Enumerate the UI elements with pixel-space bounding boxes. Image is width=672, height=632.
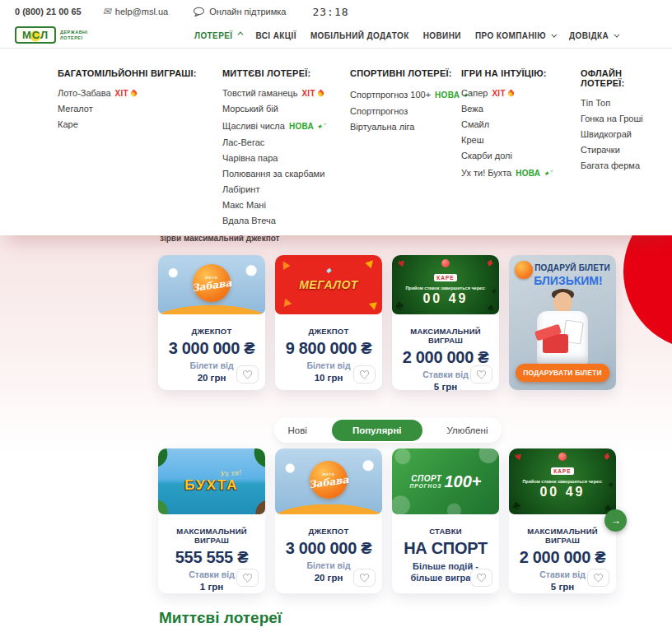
dropdown-column-offline: ОФЛАЙН ЛОТЕРЕЇ: Тіп Топ Гонка на Гроші Ш… [581, 68, 667, 177]
featured-cards-row: лото Забава ДЖЕКПОТ 3 000 000 ₴ Білети в… [158, 255, 616, 390]
dropdown-item-kresh[interactable]: Креш [461, 136, 581, 145]
heart-outline-icon [359, 370, 370, 379]
dropdown-item-tovstyi-hamanets[interactable]: Товстий гаманецьХІТ [222, 89, 350, 98]
lottery-card-megalot[interactable]: МЕГАЛОТ ДЖЕКПОТ 9 800 000 ₴ Білети від 1… [275, 255, 382, 390]
popular-cards-row: Ух ти! БУХТА МАКСИМАЛЬНИЙ ВИГРАШ 555 555… [158, 448, 616, 593]
club-suit-icon [394, 298, 404, 311]
lottery-card-kare[interactable]: КАРЕ Прийом ставок завершиться через: 00… [392, 255, 499, 390]
lottery-card-kare[interactable]: КАРЕ Прийом ставок завершиться через: 00… [509, 448, 616, 593]
zabava-tile-image: лото Забава [158, 255, 265, 314]
gift-tickets-button[interactable]: ПОДАРУВАТИ БІЛЕТИ [516, 364, 609, 382]
confetti-triangle-icon [367, 300, 377, 309]
dropdown-item-smail[interactable]: Смайл [461, 120, 581, 129]
kare-logo: КАРЕ [434, 259, 456, 283]
gift-promo-card[interactable]: ПОДАРУЙ БІЛЕТИ БЛИЗЬКИМ! ПОДАРУВАТИ БІЛЕ… [509, 255, 616, 390]
heart-outline-icon [476, 574, 487, 583]
dropdown-item-shchaslyvi-chysla[interactable]: Щасливі числаНОВА [222, 120, 350, 132]
msl-lottery-page: 0 (800) 21 00 65 help@msl.ua Онлайн підт… [0, 0, 672, 632]
tab-favorites[interactable]: Улюблені [447, 425, 488, 435]
heart-outline-icon [242, 574, 253, 583]
new-badge: НОВА [289, 122, 314, 131]
nav-about-company[interactable]: ПРО КОМПАНІЮ [475, 31, 555, 40]
dropdown-item-poliuvannia-za-skarbamy[interactable]: Полювання за скарбами [222, 170, 350, 179]
dropdown-item-bahata-ferma[interactable]: Багата ферма [581, 161, 667, 170]
max-win-amount: 2 000 000 ₴ [392, 348, 499, 367]
instant-lotteries-section-title: Миттєві лотереї [159, 609, 282, 627]
dropdown-item-vezha[interactable]: Вежа [461, 105, 581, 114]
chat-bubble-icon [193, 7, 205, 17]
bets-label: СТАВКИ [392, 527, 499, 536]
flame-icon [316, 90, 324, 98]
dropdown-item-skarby-doli[interactable]: Скарби долі [461, 151, 581, 160]
msl-logo[interactable]: МСЛ ДЕРЖАВНІ ЛОТЕРЕЇ [15, 26, 88, 44]
phone-number: 0 (800) 21 00 65 [15, 7, 82, 16]
favorite-button[interactable] [353, 569, 376, 587]
nav-promotions[interactable]: ВСІ АКЦІЇ [255, 31, 296, 40]
max-win-label: МАКСИМАЛЬНИЙ ВИГРАШ [509, 527, 616, 545]
dropdown-item-styrachky[interactable]: Стирачки [581, 146, 667, 155]
favorite-button[interactable] [470, 365, 492, 383]
favorite-button[interactable] [236, 569, 259, 587]
favorite-button[interactable] [470, 569, 492, 587]
dropdown-column-instant: МИТТЄВІ ЛОТЕРЕЇ: Товстий гаманецьХІТ Мор… [222, 68, 350, 232]
nav-help[interactable]: ДОВІДКА [569, 31, 618, 40]
jackpot-label: ДЖЕКПОТ [275, 527, 382, 536]
favorite-button[interactable] [236, 365, 259, 383]
dropdown-item-labirynt[interactable]: Лабіринт [222, 185, 350, 194]
dropdown-item-honka-na-hroshi[interactable]: Гонка на Гроші [581, 114, 667, 123]
lottery-card-buhta[interactable]: Ух ти! БУХТА МАКСИМАЛЬНИЙ ВИГРАШ 555 555… [158, 448, 265, 593]
dropdown-item-loto-zabava[interactable]: Лото-ЗабаваХІТ [58, 89, 222, 98]
lottery-card-sportprognoz[interactable]: СПОРТ ПРОГНОЗ 100+ СТАВКИ НА СПОРТ Більш… [392, 448, 499, 593]
carousel-next-button[interactable] [604, 509, 627, 532]
msl-logo-mark: МСЛ [15, 26, 56, 44]
dropdown-item-vdala-vtecha[interactable]: Вдала Втеча [222, 216, 350, 225]
dropdown-item-kare[interactable]: Каре [58, 120, 222, 129]
bets-on-sport-text: НА СПОРТ [392, 539, 499, 558]
tab-new[interactable]: Нові [288, 425, 307, 435]
envelope-icon [103, 6, 111, 17]
email-link[interactable]: help@msl.ua [103, 6, 168, 17]
lottery-card-zabava[interactable]: лото Забава ДЖЕКПОТ 3 000 000 ₴ Білети в… [275, 448, 382, 593]
arrow-right-icon [610, 515, 621, 526]
dropdown-item-sportprognoz[interactable]: Спортпрогноз [350, 107, 465, 116]
dropdown-item-charivna-para[interactable]: Чарівна пара [222, 154, 350, 163]
dropdown-item-ukh-ty-bukhta[interactable]: Ух ти! БухтаНОВА [461, 167, 581, 179]
max-win-label: МАКСИМАЛЬНИЙ ВИГРАШ [158, 527, 265, 545]
jackpot-amount: 3 000 000 ₴ [275, 539, 382, 558]
club-suit-icon [487, 302, 495, 313]
favorite-button[interactable] [353, 365, 376, 383]
hit-badge: ХІТ [115, 89, 128, 98]
email-text: help@msl.ua [115, 7, 168, 16]
nav-news[interactable]: НОВИНИ [423, 31, 461, 40]
dropdown-column-multimillion: БАГАТОМІЛЬЙОННІ ВИГРАШІ: Лото-ЗабаваХІТ … [58, 68, 222, 136]
favorite-button[interactable] [587, 569, 609, 587]
lotteries-mega-menu: БАГАТОМІЛЬЙОННІ ВИГРАШІ: Лото-ЗабаваХІТ … [0, 49, 672, 235]
max-win-label: МАКСИМАЛЬНИЙ ВИГРАШ [392, 327, 499, 345]
heart-suit-icon [396, 257, 405, 270]
club-suit-icon [511, 498, 521, 511]
dropdown-item-shvydkohrai[interactable]: Швидкограй [581, 130, 667, 139]
online-support-link[interactable]: Онлайн підтримка [193, 7, 286, 17]
dropdown-item-saper[interactable]: СаперХІТ [461, 89, 581, 98]
hero-red-circle-graphic [623, 235, 672, 350]
dropdown-item-tip-top[interactable]: Тіп Топ [581, 99, 667, 108]
nav-mobile-app[interactable]: МОБІЛЬНИЙ ДОДАТОК [310, 31, 409, 40]
dropdown-item-megalot[interactable]: Мегалот [58, 105, 222, 114]
lottery-card-zabava[interactable]: лото Забава ДЖЕКПОТ 3 000 000 ₴ Білети в… [158, 255, 265, 390]
dropdown-item-las-vegas[interactable]: Лас-Вегас [222, 138, 350, 147]
dropdown-item-virtualna-liha[interactable]: Віртуальна ліга [350, 123, 465, 132]
diamond-suit-icon [485, 255, 494, 269]
jackpot-label: ДЖЕКПОТ [158, 327, 265, 336]
dropdown-item-maks-mani[interactable]: Макс Мані [222, 201, 350, 210]
dropdown-item-morskyi-bii[interactable]: Морський бій [222, 105, 350, 114]
max-win-amount: 2 000 000 ₴ [509, 548, 616, 567]
max-win-amount: 555 555 ₴ [158, 548, 265, 567]
dropdown-item-sportprognoz-100[interactable]: Спортпрогноз 100+НОВА [350, 89, 465, 100]
tab-popular[interactable]: Популярні [332, 420, 422, 441]
new-badge: НОВА [516, 169, 540, 178]
nav-lotteries[interactable]: ЛОТЕРЕЇ [194, 31, 241, 40]
card-filter-tabs: Нові Популярні Улюблені [274, 417, 502, 443]
buhta-tile-image: Ух ти! БУХТА [158, 448, 265, 514]
diamond-suit-icon [602, 448, 611, 462]
hit-badge: ХІТ [301, 89, 315, 98]
